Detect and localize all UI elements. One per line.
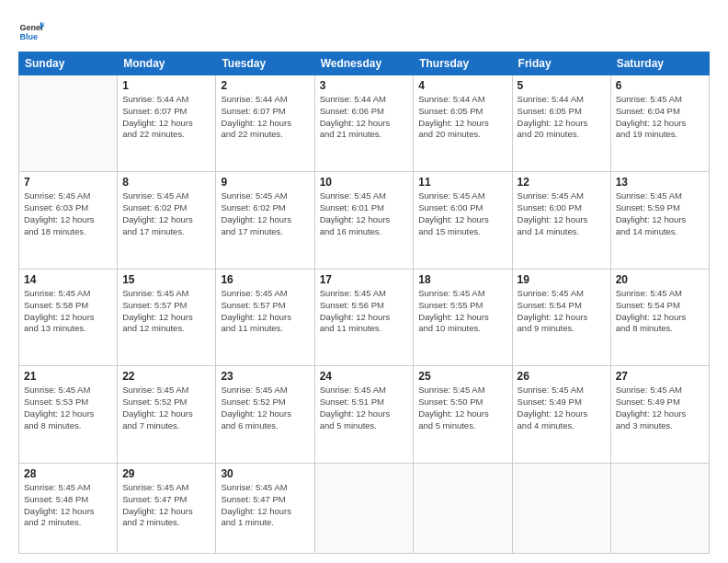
table-row: 29Sunrise: 5:45 AM Sunset: 5:47 PM Dayli… <box>118 463 216 553</box>
cell-details: Sunrise: 5:45 AM Sunset: 5:57 PM Dayligh… <box>122 288 210 335</box>
cell-details: Sunrise: 5:45 AM Sunset: 5:49 PM Dayligh… <box>518 385 606 431</box>
table-row: 19Sunrise: 5:45 AM Sunset: 5:54 PM Dayli… <box>512 269 610 365</box>
table-row: 8Sunrise: 5:45 AM Sunset: 6:02 PM Daylig… <box>118 172 216 269</box>
table-row: 11Sunrise: 5:45 AM Sunset: 6:00 PM Dayli… <box>414 172 512 269</box>
cell-details: Sunrise: 5:45 AM Sunset: 6:02 PM Dayligh… <box>122 190 210 237</box>
calendar-week-row: 14Sunrise: 5:45 AM Sunset: 5:58 PM Dayli… <box>19 269 710 365</box>
table-row: 28Sunrise: 5:45 AM Sunset: 5:48 PM Dayli… <box>19 463 118 553</box>
cell-details: Sunrise: 5:45 AM Sunset: 6:04 PM Dayligh… <box>616 94 704 141</box>
svg-text:Blue: Blue <box>19 32 38 41</box>
calendar-week-row: 21Sunrise: 5:45 AM Sunset: 5:53 PM Dayli… <box>19 366 710 463</box>
table-row: 27Sunrise: 5:45 AM Sunset: 5:49 PM Dayli… <box>610 366 709 463</box>
day-number: 6 <box>616 79 704 92</box>
day-number: 23 <box>221 370 309 383</box>
table-row: 9Sunrise: 5:45 AM Sunset: 6:02 PM Daylig… <box>216 172 314 269</box>
col-header-monday: Monday <box>118 52 216 75</box>
cell-details: Sunrise: 5:45 AM Sunset: 6:03 PM Dayligh… <box>24 190 112 237</box>
table-row: 26Sunrise: 5:45 AM Sunset: 5:49 PM Dayli… <box>512 366 610 463</box>
cell-details: Sunrise: 5:45 AM Sunset: 5:52 PM Dayligh… <box>221 385 309 431</box>
day-number: 20 <box>616 273 704 286</box>
cell-details: Sunrise: 5:45 AM Sunset: 5:53 PM Dayligh… <box>24 385 112 431</box>
table-row: 20Sunrise: 5:45 AM Sunset: 5:54 PM Dayli… <box>610 269 709 365</box>
cell-details: Sunrise: 5:45 AM Sunset: 5:54 PM Dayligh… <box>616 288 704 335</box>
logo-icon: General Blue <box>18 17 44 42</box>
cell-details: Sunrise: 5:45 AM Sunset: 5:57 PM Dayligh… <box>221 288 309 335</box>
table-row <box>512 463 610 553</box>
day-number: 17 <box>320 273 409 286</box>
day-number: 3 <box>320 79 409 92</box>
cell-details: Sunrise: 5:45 AM Sunset: 5:47 PM Dayligh… <box>122 482 210 529</box>
table-row: 2Sunrise: 5:44 AM Sunset: 6:07 PM Daylig… <box>216 75 314 172</box>
table-row: 6Sunrise: 5:45 AM Sunset: 6:04 PM Daylig… <box>610 75 709 172</box>
day-number: 27 <box>616 370 704 383</box>
cell-details: Sunrise: 5:45 AM Sunset: 5:55 PM Dayligh… <box>418 288 506 335</box>
calendar-header-row: SundayMondayTuesdayWednesdayThursdayFrid… <box>19 52 710 75</box>
cell-details: Sunrise: 5:45 AM Sunset: 5:51 PM Dayligh… <box>320 385 409 431</box>
day-number: 4 <box>418 79 506 92</box>
day-number: 26 <box>518 370 606 383</box>
day-number: 14 <box>24 273 112 286</box>
table-row: 4Sunrise: 5:44 AM Sunset: 6:05 PM Daylig… <box>414 75 512 172</box>
day-number: 28 <box>24 467 112 480</box>
table-row: 14Sunrise: 5:45 AM Sunset: 5:58 PM Dayli… <box>19 269 118 365</box>
cell-details: Sunrise: 5:45 AM Sunset: 6:01 PM Dayligh… <box>320 190 409 237</box>
cell-details: Sunrise: 5:45 AM Sunset: 5:52 PM Dayligh… <box>122 385 210 431</box>
table-row: 15Sunrise: 5:45 AM Sunset: 5:57 PM Dayli… <box>118 269 216 365</box>
table-row: 5Sunrise: 5:44 AM Sunset: 6:05 PM Daylig… <box>512 75 610 172</box>
table-row: 1Sunrise: 5:44 AM Sunset: 6:07 PM Daylig… <box>118 75 216 172</box>
table-row: 10Sunrise: 5:45 AM Sunset: 6:01 PM Dayli… <box>314 172 414 269</box>
table-row: 30Sunrise: 5:45 AM Sunset: 5:47 PM Dayli… <box>216 463 314 553</box>
day-number: 25 <box>418 370 506 383</box>
col-header-saturday: Saturday <box>610 52 709 75</box>
day-number: 13 <box>616 176 704 189</box>
table-row: 23Sunrise: 5:45 AM Sunset: 5:52 PM Dayli… <box>216 366 314 463</box>
cell-details: Sunrise: 5:44 AM Sunset: 6:07 PM Dayligh… <box>221 94 309 141</box>
table-row: 18Sunrise: 5:45 AM Sunset: 5:55 PM Dayli… <box>414 269 512 365</box>
table-row: 3Sunrise: 5:44 AM Sunset: 6:06 PM Daylig… <box>314 75 414 172</box>
day-number: 21 <box>24 370 112 383</box>
table-row <box>610 463 709 553</box>
cell-details: Sunrise: 5:44 AM Sunset: 6:07 PM Dayligh… <box>122 94 210 141</box>
day-number: 10 <box>320 176 409 189</box>
cell-details: Sunrise: 5:45 AM Sunset: 5:50 PM Dayligh… <box>418 385 506 431</box>
day-number: 16 <box>221 273 309 286</box>
table-row: 25Sunrise: 5:45 AM Sunset: 5:50 PM Dayli… <box>414 366 512 463</box>
calendar-week-row: 7Sunrise: 5:45 AM Sunset: 6:03 PM Daylig… <box>19 172 710 269</box>
calendar-week-row: 28Sunrise: 5:45 AM Sunset: 5:48 PM Dayli… <box>19 463 710 553</box>
day-number: 15 <box>122 273 210 286</box>
cell-details: Sunrise: 5:45 AM Sunset: 5:56 PM Dayligh… <box>320 288 409 335</box>
table-row: 16Sunrise: 5:45 AM Sunset: 5:57 PM Dayli… <box>216 269 314 365</box>
page: General Blue SundayMondayTuesdayWednesda… <box>0 0 728 563</box>
table-row: 24Sunrise: 5:45 AM Sunset: 5:51 PM Dayli… <box>314 366 414 463</box>
day-number: 22 <box>122 370 210 383</box>
day-number: 11 <box>418 176 506 189</box>
cell-details: Sunrise: 5:45 AM Sunset: 5:58 PM Dayligh… <box>24 288 112 335</box>
day-number: 12 <box>518 176 606 189</box>
cell-details: Sunrise: 5:45 AM Sunset: 5:49 PM Dayligh… <box>616 385 704 431</box>
day-number: 18 <box>418 273 506 286</box>
cell-details: Sunrise: 5:45 AM Sunset: 5:47 PM Dayligh… <box>221 482 309 529</box>
table-row <box>19 75 118 172</box>
cell-details: Sunrise: 5:45 AM Sunset: 5:54 PM Dayligh… <box>518 288 606 335</box>
day-number: 29 <box>122 467 210 480</box>
cell-details: Sunrise: 5:44 AM Sunset: 6:05 PM Dayligh… <box>418 94 506 141</box>
day-number: 9 <box>221 176 309 189</box>
cell-details: Sunrise: 5:45 AM Sunset: 6:00 PM Dayligh… <box>418 190 506 237</box>
cell-details: Sunrise: 5:45 AM Sunset: 5:48 PM Dayligh… <box>24 482 112 529</box>
cell-details: Sunrise: 5:44 AM Sunset: 6:06 PM Dayligh… <box>320 94 409 141</box>
table-row: 17Sunrise: 5:45 AM Sunset: 5:56 PM Dayli… <box>314 269 414 365</box>
table-row <box>314 463 414 553</box>
cell-details: Sunrise: 5:45 AM Sunset: 6:00 PM Dayligh… <box>518 190 606 237</box>
col-header-wednesday: Wednesday <box>314 52 414 75</box>
cell-details: Sunrise: 5:45 AM Sunset: 6:02 PM Dayligh… <box>221 190 309 237</box>
day-number: 7 <box>24 176 112 189</box>
day-number: 2 <box>221 79 309 92</box>
header: General Blue <box>18 17 710 42</box>
day-number: 19 <box>518 273 606 286</box>
day-number: 30 <box>221 467 309 480</box>
col-header-tuesday: Tuesday <box>216 52 314 75</box>
day-number: 5 <box>518 79 606 92</box>
col-header-thursday: Thursday <box>414 52 512 75</box>
table-row: 12Sunrise: 5:45 AM Sunset: 6:00 PM Dayli… <box>512 172 610 269</box>
calendar-week-row: 1Sunrise: 5:44 AM Sunset: 6:07 PM Daylig… <box>19 75 710 172</box>
